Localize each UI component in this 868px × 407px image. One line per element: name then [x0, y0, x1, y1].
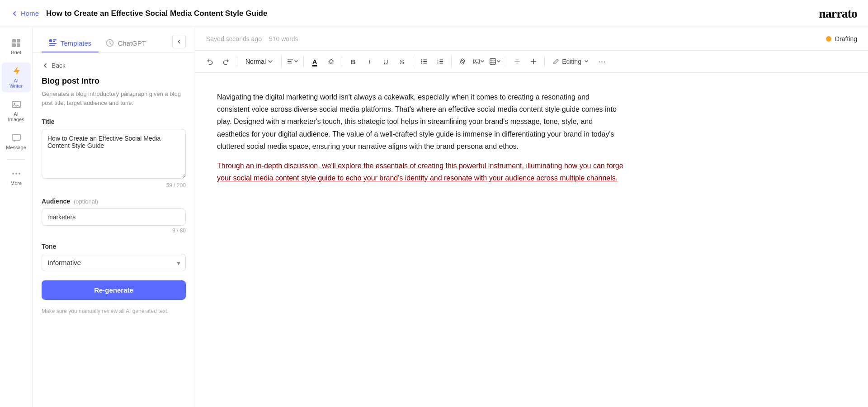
image-button[interactable]: [472, 54, 486, 69]
sidebar-item-message[interactable]: Message: [2, 129, 31, 154]
redo-icon: [222, 58, 230, 65]
sidebar-item-ai-writer[interactable]: AI Writer: [2, 62, 31, 92]
svg-rect-13: [49, 43, 57, 44]
sidebar-item-brief[interactable]: Brief: [2, 34, 31, 59]
panel-tabs: Templates ChatGPT: [33, 27, 195, 53]
dots-icon: [11, 169, 21, 179]
style-chevron-icon: [268, 59, 273, 64]
svg-point-9: [19, 173, 20, 175]
strikethrough-label: S: [400, 58, 404, 66]
toolbar-divider-5: [413, 56, 413, 67]
plus-button[interactable]: [526, 54, 541, 69]
sidebar-divider: [7, 159, 25, 160]
align-chevron-icon: [294, 59, 298, 64]
svg-rect-16: [288, 60, 293, 61]
editor-toolbar: Normal A: [195, 51, 868, 73]
tab-chatgpt-label: ChatGPT: [118, 39, 146, 47]
sidebar-item-ai-images-label: AI Images: [7, 111, 25, 122]
link-button[interactable]: [455, 54, 470, 69]
svg-point-32: [475, 60, 476, 62]
svg-rect-11: [53, 39, 57, 41]
bullet-list-button[interactable]: [417, 54, 431, 69]
svg-text:3.: 3.: [437, 62, 439, 64]
sidebar-item-more[interactable]: More: [2, 165, 31, 189]
bold-button[interactable]: B: [346, 54, 360, 69]
collapse-panel-button[interactable]: [172, 35, 186, 48]
sidebar-item-more-label: More: [10, 180, 22, 186]
align-icon: [287, 58, 294, 65]
image-toolbar-icon: [473, 58, 480, 65]
table-icon: [489, 58, 496, 65]
svg-rect-6: [12, 134, 20, 140]
message-icon: [11, 133, 21, 143]
panel-content: Back Blog post intro Generates a blog in…: [33, 53, 195, 407]
strikethrough-button[interactable]: S: [395, 54, 409, 69]
table-button[interactable]: [488, 54, 502, 69]
home-link[interactable]: Home: [11, 9, 39, 17]
editor-meta: Saved seconds ago 510 words: [206, 35, 298, 43]
editor-paragraph-2: Through an in-depth discussion, we'll ex…: [217, 160, 624, 184]
strikethrough-2-button[interactable]: [510, 54, 524, 69]
svg-rect-29: [439, 61, 443, 62]
audience-optional-label: (optional): [74, 198, 98, 205]
undo-button[interactable]: [203, 54, 217, 69]
title-textarea[interactable]: How to Create an Effective Social Media …: [42, 129, 186, 179]
regenerate-button[interactable]: Re-generate: [42, 280, 186, 300]
audience-input[interactable]: [42, 208, 186, 226]
numbered-list-button[interactable]: 1. 2. 3.: [433, 54, 448, 69]
back-button[interactable]: Back: [42, 62, 186, 69]
top-bar-left: Home How to Create an Effective Social M…: [11, 9, 267, 18]
more-dots-label: ···: [598, 57, 606, 66]
main-layout: Brief AI Writer AI Images Message: [0, 27, 868, 407]
title-field-group: Title How to Create an Effective Social …: [42, 118, 186, 189]
underline-button[interactable]: U: [378, 54, 393, 69]
text-style-dropdown[interactable]: Normal: [241, 56, 278, 67]
drafting-label: Drafting: [835, 35, 857, 43]
back-chevron-icon: [42, 62, 49, 69]
audience-label: Audience (optional): [42, 198, 186, 205]
svg-rect-17: [288, 61, 292, 62]
app-logo: narrato: [819, 6, 857, 21]
editing-dropdown[interactable]: Editing: [548, 56, 593, 67]
title-label: Title: [42, 118, 186, 125]
editor-content[interactable]: Navigating the digital marketing world i…: [195, 73, 868, 407]
svg-point-19: [421, 59, 422, 61]
redo-button[interactable]: [219, 54, 233, 69]
undo-icon: [206, 58, 213, 65]
svg-point-20: [421, 61, 422, 62]
svg-point-8: [15, 173, 17, 175]
highlight-icon: [327, 58, 335, 65]
templates-panel: Templates ChatGPT: [33, 27, 195, 407]
italic-button[interactable]: I: [362, 54, 377, 69]
svg-rect-22: [423, 60, 427, 61]
svg-rect-2: [12, 43, 16, 47]
sidebar-item-ai-images[interactable]: AI Images: [2, 96, 31, 126]
align-button[interactable]: [285, 54, 300, 69]
svg-rect-23: [423, 61, 427, 62]
tab-chatgpt[interactable]: ChatGPT: [99, 34, 153, 52]
more-options-button[interactable]: ···: [595, 54, 609, 69]
title-counter: 59 / 200: [42, 182, 186, 189]
svg-rect-3: [17, 43, 20, 47]
top-bar: Home How to Create an Effective Social M…: [0, 0, 868, 27]
saved-text: Saved seconds ago: [206, 35, 262, 43]
text-color-display: A: [312, 58, 317, 66]
pencil-icon: [553, 58, 559, 65]
editor-area: Saved seconds ago 510 words Drafting: [195, 27, 868, 407]
section-desc: Generates a blog introductory paragraph …: [42, 90, 186, 107]
editor-link[interactable]: Through an in-depth discussion, we'll ex…: [217, 162, 623, 182]
svg-rect-12: [53, 41, 55, 42]
tone-select[interactable]: Informative Professional Casual Persuasi…: [42, 254, 186, 271]
tab-templates[interactable]: Templates: [42, 34, 99, 52]
back-label: Back: [52, 62, 66, 69]
editing-label: Editing: [562, 58, 581, 65]
text-color-button[interactable]: A: [307, 54, 322, 69]
link-icon: [459, 58, 466, 65]
toolbar-divider-1: [237, 56, 237, 67]
svg-point-21: [421, 62, 422, 64]
highlight-button[interactable]: [324, 54, 338, 69]
svg-rect-30: [439, 63, 443, 64]
toolbar-divider-6: [451, 56, 452, 67]
editor-paragraph-1: Navigating the digital marketing world i…: [217, 91, 624, 152]
svg-rect-1: [17, 39, 20, 43]
